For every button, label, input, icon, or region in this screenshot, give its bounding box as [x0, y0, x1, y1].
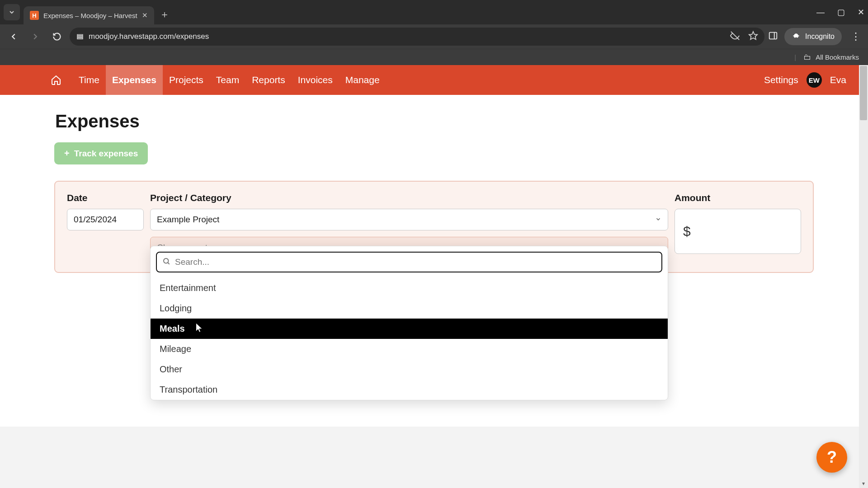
category-option[interactable]: Entertainment — [151, 278, 668, 298]
user-avatar[interactable]: EW — [807, 72, 822, 88]
browser-tab-strip: H Expenses – Moodjoy – Harvest ✕ ＋ — ▢ ✕ — [0, 0, 868, 24]
tab-search-button[interactable] — [4, 4, 20, 20]
forward-button[interactable] — [26, 28, 44, 46]
harvest-favicon: H — [30, 11, 39, 20]
nav-expenses[interactable]: Expenses — [106, 65, 163, 95]
window-minimize-icon[interactable]: — — [816, 8, 825, 17]
nav-invoices[interactable]: Invoices — [292, 65, 339, 95]
new-tab-button[interactable]: ＋ — [160, 8, 170, 21]
help-icon: ? — [827, 448, 837, 467]
project-value: Example Project — [157, 215, 219, 225]
bookmarks-bar: | 🗀 All Bookmarks — [0, 49, 868, 65]
nav-settings[interactable]: Settings — [764, 75, 798, 85]
search-icon — [162, 257, 170, 267]
side-panel-icon[interactable] — [768, 31, 778, 42]
user-name[interactable]: Eva — [830, 75, 846, 85]
primary-nav: Time Expenses Projects Team Reports Invo… — [72, 65, 386, 95]
scroll-thumb[interactable] — [860, 66, 867, 120]
incognito-chip[interactable]: Incognito — [784, 28, 842, 45]
tab-title: Expenses – Moodjoy – Harvest — [43, 12, 137, 19]
scroll-down-icon[interactable]: ▾ — [859, 479, 868, 488]
date-value: 01/25/2024 — [74, 215, 117, 225]
nav-reports[interactable]: Reports — [245, 65, 292, 95]
svg-rect-0 — [77, 35, 83, 36]
svg-line-8 — [168, 263, 169, 264]
category-option[interactable]: Meals — [151, 319, 668, 339]
omnibox[interactable]: moodjoy.harvestapp.com/expenses — [70, 28, 764, 46]
site-settings-icon[interactable] — [76, 33, 84, 41]
category-dropdown: EntertainmentLodgingMealsMileageOtherTra… — [150, 246, 668, 400]
back-button[interactable] — [5, 28, 23, 46]
help-fab[interactable]: ? — [816, 442, 847, 473]
date-label: Date — [67, 192, 144, 203]
date-input[interactable]: 01/25/2024 — [67, 209, 144, 230]
project-category-label: Project / Category — [150, 192, 668, 203]
expense-form-card: Date 01/25/2024 Project / Category Examp… — [54, 181, 814, 273]
nav-manage[interactable]: Manage — [339, 65, 386, 95]
svg-point-7 — [164, 258, 169, 263]
incognito-label: Incognito — [805, 33, 835, 41]
browser-tab[interactable]: H Expenses – Moodjoy – Harvest ✕ — [24, 6, 154, 24]
nav-team[interactable]: Team — [210, 65, 245, 95]
nav-time[interactable]: Time — [72, 65, 106, 95]
vertical-scrollbar[interactable]: ▴ ▾ — [859, 65, 868, 488]
amount-label: Amount — [675, 192, 801, 203]
category-option[interactable]: Other — [151, 359, 668, 380]
window-close-icon[interactable]: ✕ — [858, 7, 864, 17]
category-search[interactable] — [156, 252, 662, 272]
window-maximize-icon[interactable]: ▢ — [837, 7, 845, 17]
bookmark-star-icon[interactable] — [748, 31, 758, 43]
svg-rect-2 — [77, 38, 83, 39]
eye-off-icon[interactable] — [730, 31, 740, 43]
category-option[interactable]: Mileage — [151, 339, 668, 359]
browser-menu-icon[interactable]: ⋮ — [848, 31, 863, 42]
project-select[interactable]: Example Project — [150, 209, 668, 230]
app-header: Time Expenses Projects Team Reports Invo… — [0, 65, 868, 95]
category-option[interactable]: Transportation — [151, 380, 668, 400]
currency-symbol: $ — [683, 224, 691, 239]
track-expenses-button[interactable]: + Track expenses — [54, 142, 148, 164]
all-bookmarks-link[interactable]: All Bookmarks — [816, 53, 859, 61]
bookmarks-folder-icon[interactable]: 🗀 — [803, 53, 811, 62]
svg-rect-1 — [77, 36, 83, 37]
amount-input[interactable]: $ — [675, 209, 801, 254]
incognito-icon — [792, 32, 801, 41]
track-expenses-label: Track expenses — [74, 149, 138, 159]
page-title: Expenses — [54, 111, 814, 131]
url-text: moodjoy.harvestapp.com/expenses — [89, 32, 209, 41]
plus-icon: + — [64, 148, 70, 159]
nav-projects[interactable]: Projects — [163, 65, 210, 95]
home-icon[interactable] — [50, 75, 62, 85]
category-option[interactable]: Lodging — [151, 298, 668, 319]
category-search-input[interactable] — [175, 257, 656, 267]
chevron-down-icon — [655, 216, 661, 224]
svg-marker-4 — [749, 31, 757, 39]
tab-close-icon[interactable]: ✕ — [142, 11, 148, 19]
page-viewport: Time Expenses Projects Team Reports Invo… — [0, 65, 868, 488]
reload-button[interactable] — [48, 28, 66, 46]
svg-rect-5 — [769, 33, 777, 39]
browser-address-bar: moodjoy.harvestapp.com/expenses Incognit… — [0, 24, 868, 49]
